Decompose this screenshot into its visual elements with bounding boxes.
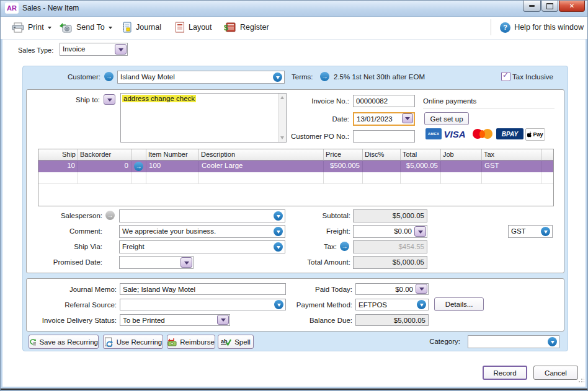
col-arrow (131, 149, 146, 160)
date-label: Date: (231, 115, 349, 123)
paid-today-label: Paid Today: (228, 286, 352, 293)
print-button[interactable]: Print (9, 19, 54, 36)
salesperson-detail-arrow-icon[interactable]: → (105, 211, 115, 220)
terms-detail-arrow-icon[interactable]: → (320, 72, 329, 81)
table-empty-row[interactable] (38, 172, 553, 184)
salesperson-label: Salesperson: (27, 212, 102, 219)
register-button[interactable]: $ Register (221, 19, 272, 36)
promised-date-dropdown-icon[interactable] (180, 257, 192, 268)
help-link[interactable]: ? Help for this window (491, 19, 584, 35)
sales-window: AR Sales - New Item ✕ Print Send To Jour… (0, 0, 588, 391)
sales-type-dropdown-icon[interactable] (115, 44, 127, 55)
maximize-icon (546, 3, 553, 9)
journal-button[interactable]: Journal (118, 19, 164, 36)
date-input[interactable]: 13/01/2023 (353, 112, 415, 126)
sales-type-select[interactable]: Invoice (60, 43, 128, 56)
apple-pay-icon: Pay (525, 128, 545, 141)
cell-total[interactable]: $5,000.05 (401, 160, 441, 172)
close-button[interactable]: ✕ (559, 1, 585, 12)
save-recurring-icon (29, 337, 36, 347)
print-dropdown-icon (48, 27, 51, 29)
category-combobox[interactable] (468, 335, 559, 348)
send-to-button[interactable]: Send To (56, 19, 115, 36)
invoice-no-label: Invoice No.: (231, 97, 349, 105)
record-button[interactable]: Record (483, 366, 527, 380)
cell-backorder[interactable]: 0 (78, 160, 131, 172)
customer-dropdown-icon[interactable] (273, 72, 282, 82)
payment-box: Journal Memo: Sale; Island Way Motel Ref… (26, 278, 564, 332)
cancel-button[interactable]: Cancel (533, 366, 578, 380)
online-payments-separator (423, 108, 555, 108)
delivery-status-label: Invoice Delivery Status: (27, 317, 117, 324)
tax-code-dropdown-icon[interactable] (541, 227, 550, 236)
reimburse-button[interactable]: Reimburse (167, 335, 215, 349)
balance-due-label: Balance Due: (228, 317, 352, 324)
cell-price[interactable]: $500.005 (324, 160, 363, 172)
freight-input[interactable]: $0.00 (353, 225, 427, 238)
tax-inclusive-label: Tax Inclusive (512, 73, 553, 81)
table-row[interactable]: 10 0 → 100 Cooler Large $500.005 $5,000.… (38, 160, 553, 172)
comment-value: We appreciate your business. (122, 227, 216, 235)
get-set-up-button[interactable]: Get set up (424, 112, 469, 125)
delivery-status-select[interactable]: To be Printed (120, 314, 230, 326)
ship-to-dropdown-icon[interactable] (104, 94, 115, 105)
category-dropdown-icon[interactable] (548, 337, 557, 346)
category-label: Category: (398, 338, 460, 345)
invoice-detail-box: Ship to: address change check Invoice No… (26, 89, 564, 273)
delivery-dropdown-icon[interactable] (217, 315, 229, 325)
save-as-recurring-button[interactable]: Save as Recurring (29, 335, 99, 349)
table-header-row: Ship Backorder Item Number Description P… (38, 149, 553, 160)
window-frame-right (586, 39, 587, 387)
cell-item-number[interactable]: 100 (146, 160, 199, 172)
mastercard-icon (471, 128, 494, 139)
referral-source-label: Referral Source: (27, 301, 117, 309)
details-button[interactable]: Details... (434, 297, 484, 311)
payment-method-dropdown-icon[interactable] (417, 300, 426, 309)
journal-memo-value: Sale; Island Way Motel (123, 286, 195, 293)
spell-button[interactable]: ab Spell (218, 335, 254, 349)
invoice-no-input[interactable]: 00000082 (353, 95, 415, 107)
journal-label: Journal (136, 23, 161, 32)
details-label: Details... (445, 301, 473, 308)
items-table: Ship Backorder Item Number Description P… (38, 149, 554, 206)
date-value: 13/01/2023 (357, 115, 393, 123)
printer-icon (12, 22, 24, 33)
payment-method-combobox[interactable]: EFTPOS (355, 299, 429, 310)
payment-method-value: EFTPOS (359, 301, 387, 309)
col-disc: Disc% (363, 149, 401, 160)
layout-button[interactable]: Layout (172, 19, 215, 36)
invoice-no-value: 00000082 (356, 97, 388, 105)
help-label: Help for this window (514, 23, 584, 32)
tax-detail-arrow-icon[interactable]: → (340, 242, 349, 251)
maximize-button[interactable] (541, 1, 558, 12)
date-dropdown-icon[interactable] (402, 113, 413, 123)
customer-detail-arrow-icon[interactable]: → (104, 72, 114, 81)
freight-dropdown-icon[interactable] (414, 226, 426, 237)
minimize-button[interactable] (523, 1, 541, 12)
tax-code-combobox[interactable]: GST (508, 225, 553, 238)
window-title: Sales - New Item (22, 4, 79, 12)
paid-today-value: $0.00 (395, 286, 413, 293)
terms-label: Terms: (292, 73, 313, 81)
customer-combobox[interactable]: Island Way Motel (117, 71, 285, 84)
print-label: Print (28, 23, 44, 32)
spell-icon: ab (221, 337, 231, 346)
cell-tax[interactable]: GST (482, 160, 541, 172)
sales-type-value: Invoice (63, 45, 85, 53)
resize-grip[interactable] (578, 377, 584, 383)
row-detail-arrow-icon[interactable]: → (134, 162, 143, 171)
cell-description[interactable]: Cooler Large (199, 160, 324, 172)
bpay-text: BPAY (502, 131, 518, 138)
online-payments-label: Online payments (423, 97, 476, 105)
promised-date-input[interactable] (119, 256, 194, 269)
cell-job[interactable] (441, 160, 482, 172)
paid-today-dropdown-icon[interactable] (416, 284, 427, 294)
cell-disc[interactable] (363, 160, 401, 172)
reimburse-label: Reimburse (180, 338, 215, 346)
cell-ship[interactable]: 10 (38, 160, 78, 172)
use-recurring-button[interactable]: Use Recurring (103, 335, 163, 349)
customer-po-input[interactable] (353, 130, 415, 143)
tax-inclusive-checkbox[interactable] (501, 72, 510, 81)
comment-label: Comment: (27, 227, 102, 235)
paid-today-input[interactable]: $0.00 (355, 283, 429, 295)
